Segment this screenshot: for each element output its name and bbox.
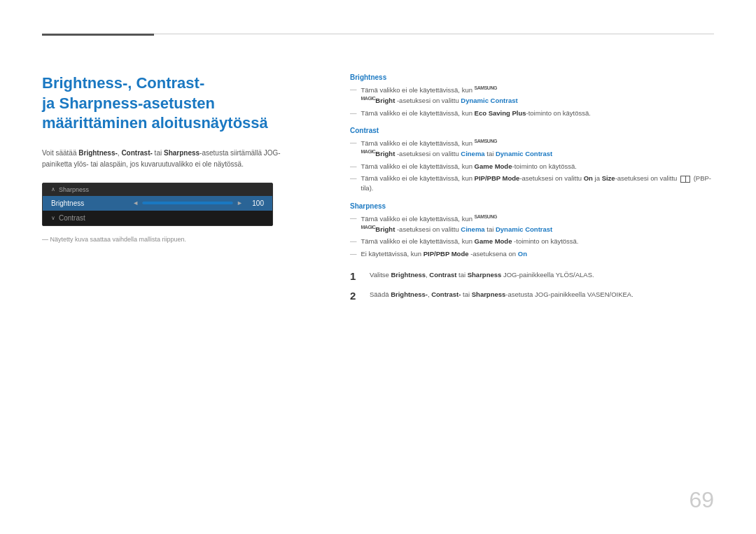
steps-section: 1 Valitse Brightness, Contrast tai Sharp…	[350, 270, 714, 302]
page-number: 69	[689, 487, 714, 513]
contrast-line-3: Tämä valikko ei ole käytettävissä, kun P…	[350, 174, 714, 194]
step-2: 2 Säädä Brightness-, Contrast- tai Sharp…	[350, 290, 714, 302]
brightness-section-title: Brightness	[350, 73, 714, 81]
brightness-line-1: Tämä valikko ei ole käytettävissä, kun S…	[350, 85, 714, 106]
contrast-line-1: Tämä valikko ei ole käytettävissä, kun S…	[350, 138, 714, 160]
osd-menu: ∧ Sharpness Brightness ◄ ► 100 ∨ Contras…	[42, 183, 273, 226]
footnote-text: Näytetty kuva saattaa vaihdella mallista…	[42, 236, 308, 243]
osd-contrast-row: ∨ Contrast	[43, 211, 272, 225]
left-column: Brightness-, Contrast- ja Sharpness-aset…	[42, 73, 308, 309]
osd-brightness-row: Brightness ◄ ► 100	[43, 196, 272, 211]
step-1-number: 1	[350, 270, 361, 283]
step-1: 1 Valitse Brightness, Contrast tai Sharp…	[350, 270, 714, 283]
osd-sharpness-header: ∧ Sharpness	[43, 183, 272, 196]
step-2-text: Säädä Brightness-, Contrast- tai Sharpne…	[370, 290, 634, 300]
right-column: Brightness Tämä valikko ei ole käytettäv…	[336, 73, 714, 309]
accent-line	[42, 34, 154, 36]
page-title: Brightness-, Contrast- ja Sharpness-aset…	[42, 73, 308, 134]
intro-paragraph: Voit säätää Brightness-, Contrast- tai S…	[42, 148, 308, 170]
page-container: Brightness-, Contrast- ja Sharpness-aset…	[0, 0, 756, 534]
sharpness-section-title: Sharpness	[350, 202, 714, 210]
contrast-line-2: Tämä valikko ei ole käytettävissä, kun G…	[350, 162, 714, 171]
step-2-number: 2	[350, 290, 361, 302]
step-1-text: Valitse Brightness, Contrast tai Sharpne…	[370, 270, 594, 280]
sharpness-line-1: Tämä valikko ei ole käytettävissä, kun S…	[350, 213, 714, 235]
sharpness-line-2: Tämä valikko ei ole käytettävissä, kun G…	[350, 237, 714, 246]
contrast-section-title: Contrast	[350, 127, 714, 134]
brightness-line-2: Tämä valikko ei ole käytettävissä, kun E…	[350, 108, 714, 118]
sharpness-line-3: Ei käytettävissä, kun PIP/PBP Mode -aset…	[350, 249, 714, 259]
